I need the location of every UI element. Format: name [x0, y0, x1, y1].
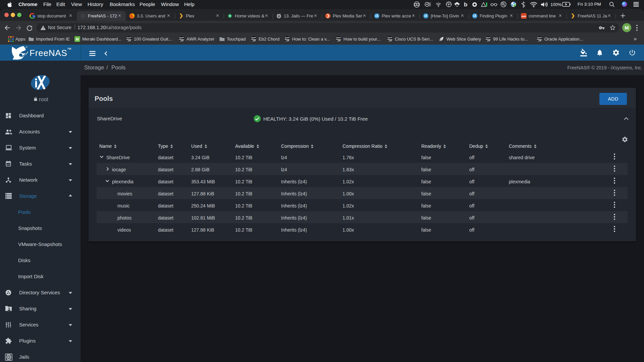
svg-text:b: b — [464, 1, 467, 8]
